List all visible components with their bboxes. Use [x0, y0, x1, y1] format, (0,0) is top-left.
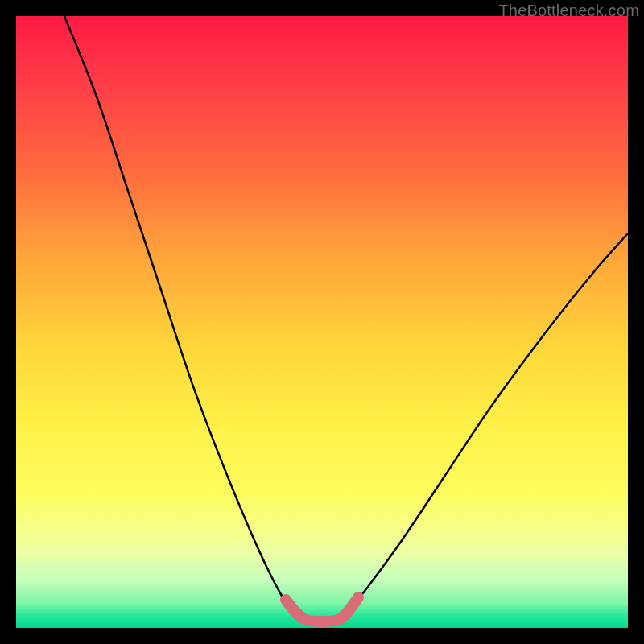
main-curve-path	[64, 16, 628, 621]
plot-area	[16, 16, 628, 628]
chart-stage: TheBottleneck.com	[0, 0, 644, 644]
curve-svg	[16, 16, 628, 628]
trough-highlight-path	[286, 597, 358, 621]
